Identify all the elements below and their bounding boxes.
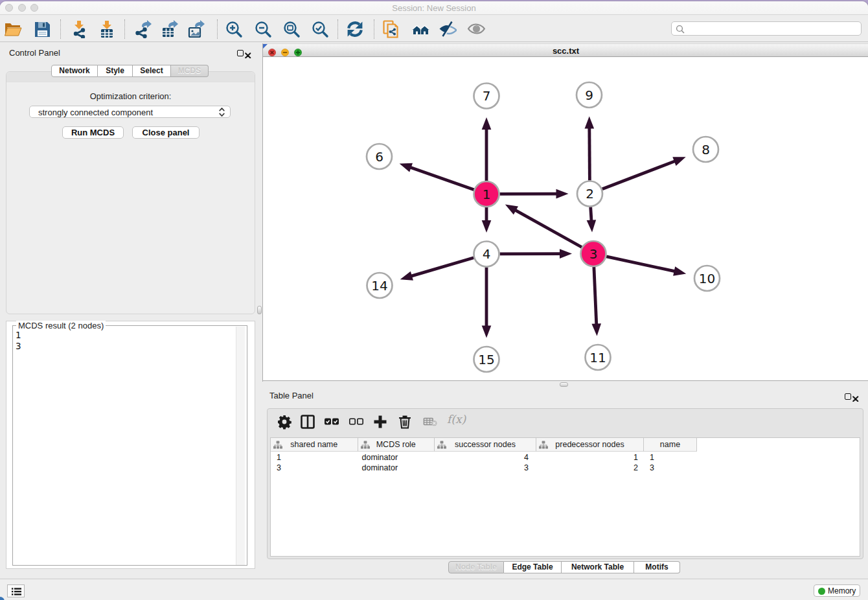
table-row[interactable]: 1dominator411 bbox=[271, 452, 860, 463]
delete-column-icon[interactable] bbox=[397, 414, 413, 430]
graph-edge-1-6[interactable] bbox=[410, 167, 474, 190]
horizontal-split-handle[interactable] bbox=[560, 382, 568, 387]
zoom-selected-icon[interactable] bbox=[311, 20, 329, 38]
column-header-name[interactable]: name bbox=[644, 438, 697, 452]
memory-status-icon bbox=[818, 588, 825, 595]
edge-arrowhead bbox=[673, 266, 686, 275]
select-chevrons-icon bbox=[219, 108, 225, 117]
edge-arrowhead bbox=[400, 163, 413, 172]
graph-edge-3-1[interactable] bbox=[515, 210, 582, 248]
edge-arrowhead bbox=[672, 157, 685, 166]
deselect-all-icon[interactable] bbox=[348, 414, 364, 430]
delete-table-icon bbox=[423, 414, 437, 430]
table-cell: 4 bbox=[435, 453, 529, 462]
control-panel-tabbar: NetworkStyleSelectMCDS bbox=[51, 65, 209, 77]
node-label-11: 11 bbox=[589, 350, 606, 365]
toolbar-separator bbox=[124, 19, 125, 39]
save-session-icon[interactable] bbox=[33, 20, 51, 38]
tab-network[interactable]: Network bbox=[51, 65, 98, 77]
column-header-successor-nodes[interactable]: successor nodes bbox=[435, 438, 536, 452]
network-frame: scc.txt 1234678910111415 bbox=[262, 43, 868, 382]
refresh-icon[interactable] bbox=[346, 20, 364, 38]
mcds-result-title: MCDS result (2 nodes) bbox=[16, 321, 106, 330]
edge-arrowhead bbox=[400, 271, 413, 281]
tab-node-table[interactable]: Node Table bbox=[448, 561, 504, 573]
network-canvas[interactable]: 1234678910111415 bbox=[263, 57, 868, 381]
edge-arrowhead bbox=[482, 220, 492, 233]
graph-edge-4-14[interactable] bbox=[411, 258, 474, 277]
edge-arrowhead bbox=[587, 220, 597, 232]
import-network-icon[interactable] bbox=[70, 20, 88, 38]
table-row[interactable]: 3dominator323 bbox=[271, 463, 860, 473]
tab-select[interactable]: Select bbox=[133, 65, 171, 77]
table-cell: dominator bbox=[362, 463, 435, 472]
memory-button[interactable]: Memory bbox=[814, 584, 860, 597]
table-cell: 1 bbox=[536, 453, 638, 462]
column-header-shared-name[interactable]: shared name bbox=[271, 438, 358, 452]
export-table-icon[interactable] bbox=[161, 20, 179, 38]
graph-edge-2-3[interactable] bbox=[591, 207, 591, 221]
memory-label: Memory bbox=[828, 586, 856, 595]
copy-style-icon[interactable] bbox=[382, 20, 400, 38]
select-all-icon[interactable] bbox=[324, 414, 339, 430]
mcds-result-text[interactable]: 13 bbox=[16, 330, 21, 352]
tab-style[interactable]: Style bbox=[98, 65, 133, 77]
close-table-panel-icon[interactable] bbox=[852, 393, 859, 399]
export-image-icon[interactable] bbox=[187, 20, 205, 38]
graph-edge-2-8[interactable] bbox=[602, 161, 676, 189]
task-history-button[interactable] bbox=[7, 584, 25, 597]
toolbar-separator bbox=[60, 19, 61, 39]
criterion-select[interactable]: strongly connected component bbox=[29, 106, 231, 118]
zoom-out-icon[interactable] bbox=[254, 20, 272, 38]
column-label: successor nodes bbox=[435, 440, 536, 449]
network-frame-title: scc.txt bbox=[263, 46, 868, 56]
graph-edge-3-10[interactable] bbox=[606, 257, 676, 271]
close-panel-icon[interactable] bbox=[245, 49, 251, 56]
add-column-icon[interactable] bbox=[372, 414, 388, 430]
tab-mcds[interactable]: MCDS bbox=[171, 65, 209, 77]
result-scrollbar[interactable] bbox=[236, 327, 245, 565]
close-panel-button[interactable]: Close panel bbox=[132, 126, 200, 139]
graph-edge-2-9[interactable] bbox=[589, 127, 590, 180]
search-input[interactable] bbox=[687, 23, 858, 34]
home-layout-icon[interactable] bbox=[411, 20, 429, 38]
application: Session: New Session bbox=[0, 0, 868, 600]
edge-layer bbox=[400, 116, 687, 338]
hide-details-icon[interactable] bbox=[439, 20, 457, 38]
column-header-predecessor-nodes[interactable]: predecessor nodes bbox=[536, 438, 644, 452]
node-label-14: 14 bbox=[371, 278, 387, 294]
vertical-split-divider[interactable] bbox=[257, 42, 262, 579]
function-builder-icon: f(x) bbox=[447, 413, 473, 428]
tab-edge-table[interactable]: Edge Table bbox=[504, 561, 562, 573]
float-table-panel-icon[interactable] bbox=[845, 393, 851, 400]
tab-motifs[interactable]: Motifs bbox=[634, 561, 680, 573]
split-view-icon[interactable] bbox=[300, 414, 315, 430]
open-session-icon[interactable] bbox=[4, 20, 22, 38]
graph-edge-3-11[interactable] bbox=[594, 267, 597, 325]
import-table-icon[interactable] bbox=[98, 20, 116, 38]
table-tabbar: Node TableEdge TableNetwork TableMotifs bbox=[448, 561, 680, 573]
control-panel-title: Control Panel bbox=[9, 48, 60, 58]
table-cell: 1 bbox=[650, 453, 697, 462]
status-bar: Memory bbox=[0, 579, 868, 600]
table-panel-title: Table Panel bbox=[269, 391, 314, 400]
node-label-6: 6 bbox=[375, 149, 383, 165]
tab-network-table[interactable]: Network Table bbox=[562, 561, 634, 573]
column-header-MCDS-role[interactable]: MCDS role bbox=[358, 438, 435, 452]
main-toolbar bbox=[0, 16, 868, 42]
show-details-icon[interactable] bbox=[468, 20, 486, 38]
float-panel-icon[interactable] bbox=[237, 50, 244, 56]
node-label-3: 3 bbox=[589, 246, 598, 262]
zoom-fit-icon[interactable] bbox=[282, 20, 301, 38]
network-frame-titlebar[interactable]: scc.txt bbox=[263, 43, 868, 57]
horizontal-split-divider[interactable] bbox=[262, 382, 868, 387]
zoom-in-icon[interactable] bbox=[225, 20, 243, 38]
column-label: predecessor nodes bbox=[536, 440, 643, 449]
node-table: shared nameMCDS rolesuccessor nodesprede… bbox=[270, 437, 860, 557]
edge-arrowhead bbox=[482, 117, 492, 130]
vertical-split-handle[interactable] bbox=[257, 306, 262, 314]
settings-icon[interactable] bbox=[277, 414, 292, 430]
table-cell: 3 bbox=[650, 463, 697, 472]
run-mcds-button[interactable]: Run MCDS bbox=[62, 126, 124, 139]
export-network-icon[interactable] bbox=[134, 20, 152, 38]
